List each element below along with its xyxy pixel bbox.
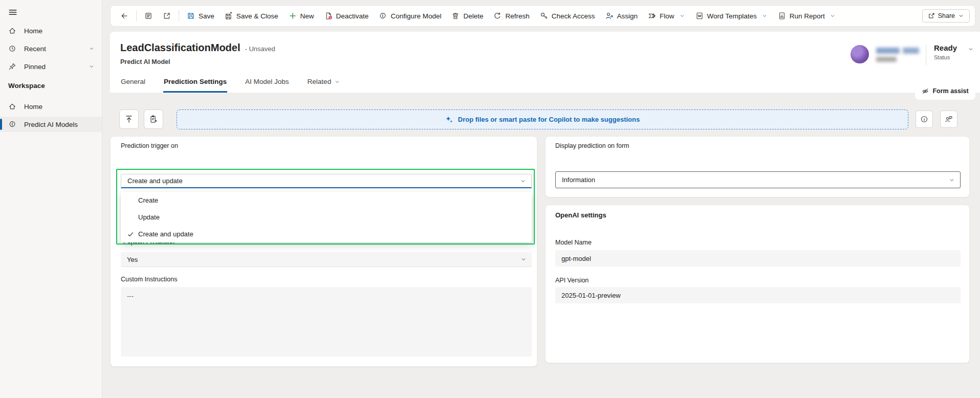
owner-name-redacted xyxy=(876,48,900,54)
sidebar: Home Recent Pinned Workspace Home Predic… xyxy=(0,0,102,398)
deactivate-button[interactable]: Deactivate xyxy=(320,9,374,23)
tab-related[interactable]: Related xyxy=(307,78,341,93)
refresh-button[interactable]: Refresh xyxy=(489,9,534,23)
form-assist-button[interactable]: Form assist xyxy=(915,82,975,100)
sidebar-item-recent[interactable]: Recent xyxy=(0,41,102,56)
chevron-down-icon xyxy=(968,46,974,52)
explain-prediction-select[interactable]: Yes xyxy=(121,252,532,267)
flow-button[interactable]: Flow xyxy=(643,9,690,23)
workspace-section-header: Workspace xyxy=(8,82,45,90)
app-window: Home Recent Pinned Workspace Home Predic… xyxy=(0,0,980,398)
new-button[interactable]: New xyxy=(284,9,319,23)
save-icon xyxy=(187,12,195,20)
share-button[interactable]: Share xyxy=(922,9,970,23)
option-label: Update xyxy=(138,213,160,221)
dropdown-option-create-and-update[interactable]: Create and update xyxy=(121,226,532,242)
chevron-down-icon xyxy=(949,177,955,183)
brain-icon xyxy=(8,120,16,128)
status-caption: Status xyxy=(934,54,950,60)
status-dropdown-button[interactable] xyxy=(968,46,974,54)
eye-off-icon xyxy=(922,87,929,95)
delete-button[interactable]: Delete xyxy=(447,9,488,23)
sidebar-item-predict-ai-models[interactable]: Predict AI Models xyxy=(0,117,102,132)
trigger-field-label: Prediction trigger on xyxy=(121,142,178,149)
model-name-field[interactable]: gpt-model xyxy=(555,250,961,267)
chevron-down-icon xyxy=(89,63,95,70)
share-label: Share xyxy=(938,12,955,19)
title-row: LeadClassificationModel - Unsaved xyxy=(120,42,275,54)
api-version-label: API Version xyxy=(555,277,589,284)
sidebar-item-label: Predict AI Models xyxy=(24,121,78,128)
refresh-icon xyxy=(493,12,502,20)
clock-icon xyxy=(8,45,16,53)
command-label: Flow xyxy=(660,12,674,20)
explain-prediction-value: Yes xyxy=(121,256,138,263)
custom-instructions-textarea[interactable]: --- xyxy=(121,287,532,357)
home-icon xyxy=(8,27,16,35)
openai-settings-card: OpenAI settings Model Name gpt-model API… xyxy=(545,205,970,363)
tab-prediction-settings[interactable]: Prediction Settings xyxy=(163,78,227,93)
chevron-down-icon xyxy=(958,13,964,19)
tab-general[interactable]: General xyxy=(120,78,146,93)
chevron-down-icon xyxy=(520,178,526,184)
save-and-close-button[interactable]: Save & Close xyxy=(220,9,283,23)
save-button[interactable]: Save xyxy=(182,9,219,23)
save-close-icon xyxy=(225,12,233,20)
dropdown-option-create[interactable]: Create xyxy=(121,192,532,209)
chevron-down-icon xyxy=(520,256,527,262)
sidebar-item-workspace-home[interactable]: Home xyxy=(0,99,102,114)
tab-label: AI Model Jobs xyxy=(245,78,289,85)
tab-label: Related xyxy=(308,78,332,85)
share-icon xyxy=(928,12,935,19)
divider xyxy=(179,10,179,21)
sidebar-item-pinned[interactable]: Pinned xyxy=(0,59,102,74)
back-arrow-icon xyxy=(120,12,128,20)
sidebar-item-label: Home xyxy=(24,27,42,35)
run-report-button[interactable]: Run Report xyxy=(773,9,840,23)
show-as-button[interactable] xyxy=(140,9,157,23)
trigger-select-value: Create and update xyxy=(121,177,183,185)
popout-icon xyxy=(163,12,171,20)
command-label: Configure Model xyxy=(390,12,441,20)
dropdown-option-update[interactable]: Update xyxy=(121,209,532,226)
smart-paste-button[interactable] xyxy=(144,109,163,129)
display-prediction-select[interactable]: Information xyxy=(555,171,961,188)
form-assist-label: Form assist xyxy=(932,87,968,95)
custom-instructions-label: Custom Instructions xyxy=(121,276,177,283)
plus-icon xyxy=(289,12,297,20)
display-prediction-label: Display prediction on form xyxy=(555,142,629,149)
upload-file-button[interactable] xyxy=(119,109,139,129)
command-label: Save & Close xyxy=(236,12,278,20)
command-label: Run Report xyxy=(790,12,825,20)
check-access-button[interactable]: Check Access xyxy=(535,9,600,23)
sidebar-item-home[interactable]: Home xyxy=(0,23,102,38)
save-state-label: - Unsaved xyxy=(245,45,275,53)
record-header: LeadClassificationModel - Unsaved Predic… xyxy=(110,32,980,93)
collaboration-button[interactable] xyxy=(940,110,957,128)
chevron-down-icon xyxy=(334,79,340,85)
open-in-new-window-button[interactable] xyxy=(158,9,176,23)
divider xyxy=(136,10,137,21)
api-version-field[interactable]: 2025-01-01-preview xyxy=(555,287,961,303)
trash-icon xyxy=(451,12,460,20)
back-button[interactable] xyxy=(116,9,133,23)
command-label: Refresh xyxy=(505,12,529,20)
smart-paste-icon xyxy=(149,115,158,124)
assign-person-icon xyxy=(605,12,614,20)
info-button[interactable] xyxy=(916,110,933,128)
word-templates-button[interactable]: Word Templates xyxy=(691,9,772,23)
trigger-select[interactable]: Create and update xyxy=(121,174,532,188)
assign-button[interactable]: Assign xyxy=(601,9,643,23)
owner-name-redacted xyxy=(903,48,919,54)
command-label: New xyxy=(300,12,314,20)
tab-ai-model-jobs[interactable]: AI Model Jobs xyxy=(245,78,290,93)
pin-icon xyxy=(8,62,16,71)
hamburger-menu-button[interactable] xyxy=(5,5,20,19)
command-label: Delete xyxy=(463,12,483,20)
command-bar: Save Save & Close New Deactivate Configu… xyxy=(110,5,975,27)
copilot-drop-banner[interactable]: Drop files or smart paste for Copilot to… xyxy=(177,109,908,129)
configure-model-button[interactable]: Configure Model xyxy=(374,9,446,23)
owner-role-redacted xyxy=(876,57,897,62)
check-icon xyxy=(127,231,138,238)
command-label: Check Access xyxy=(552,12,595,20)
